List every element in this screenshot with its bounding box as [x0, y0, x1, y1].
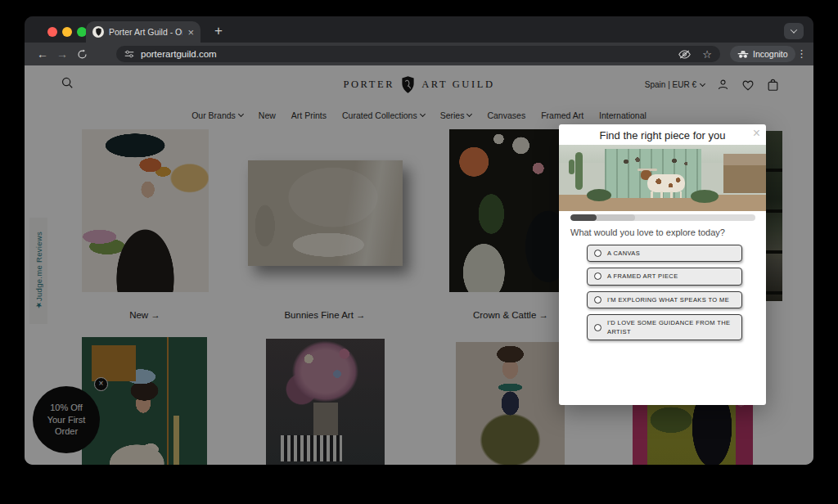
quiz-option-framed-art[interactable]: A FRAMED ART PIECE	[587, 268, 742, 285]
quiz-question: What would you love to explore today?	[570, 227, 725, 237]
incognito-badge: Incognito	[730, 46, 795, 62]
incognito-label: Incognito	[753, 49, 788, 59]
tab-close-icon[interactable]: ×	[187, 27, 194, 38]
site-favicon-icon	[92, 26, 104, 38]
window-close-button[interactable]	[47, 27, 57, 37]
radio-icon	[594, 272, 601, 280]
page-viewport: PORTER ART GUILD Spain | EUR €	[25, 65, 813, 465]
quiz-hero-image	[559, 145, 766, 211]
modal-close-icon[interactable]: ×	[753, 127, 760, 140]
url-text: porterartguild.com	[141, 49, 217, 59]
eye-off-icon[interactable]	[678, 49, 691, 60]
quiz-progress-seg1	[570, 214, 597, 221]
chevron-down-icon	[791, 26, 797, 33]
quiz-option-exploring[interactable]: I'M EXPLORING WHAT SPEAKS TO ME	[587, 291, 742, 308]
radio-icon	[594, 250, 601, 257]
address-bar[interactable]: porterartguild.com ☆	[116, 46, 720, 62]
quiz-option-canvas[interactable]: A CANVAS	[587, 245, 742, 262]
browser-menu-icon[interactable]: ⋮	[796, 46, 807, 62]
quiz-options: A CANVAS A FRAMED ART PIECE I'M EXPLORIN…	[587, 245, 742, 340]
quiz-progress-seg2	[597, 214, 635, 221]
desktop-background: Porter Art Guild - Original Exc × + ← → …	[0, 0, 838, 504]
back-button[interactable]: ←	[33, 48, 52, 60]
radio-icon	[594, 324, 601, 331]
radio-icon	[594, 296, 601, 304]
browser-toolbar: ← → porterartguild.com ☆	[25, 43, 813, 65]
reload-button[interactable]	[72, 49, 92, 60]
tab-strip: Porter Art Guild - Original Exc × +	[25, 16, 813, 43]
site-info-icon[interactable]	[124, 49, 134, 59]
tab-title: Porter Art Guild - Original Exc	[109, 27, 182, 37]
browser-window: Porter Art Guild - Original Exc × + ← → …	[25, 16, 813, 465]
forward-button[interactable]: →	[52, 48, 72, 60]
tab-search-button[interactable]	[784, 23, 804, 39]
window-minimize-button[interactable]	[62, 27, 72, 37]
new-tab-button[interactable]: +	[209, 21, 228, 41]
browser-tab[interactable]: Porter Art Guild - Original Exc ×	[86, 21, 200, 43]
quiz-modal-title: Find the right piece for you	[559, 129, 766, 142]
quiz-progress-bar	[570, 214, 755, 221]
quiz-modal: Find the right piece for you ×	[559, 124, 766, 405]
incognito-icon	[737, 50, 749, 59]
quiz-option-guidance[interactable]: I'D LOVE SOME GUIDANCE FROM THE ARTIST	[587, 314, 742, 341]
bookmark-star-icon[interactable]: ☆	[702, 48, 712, 61]
